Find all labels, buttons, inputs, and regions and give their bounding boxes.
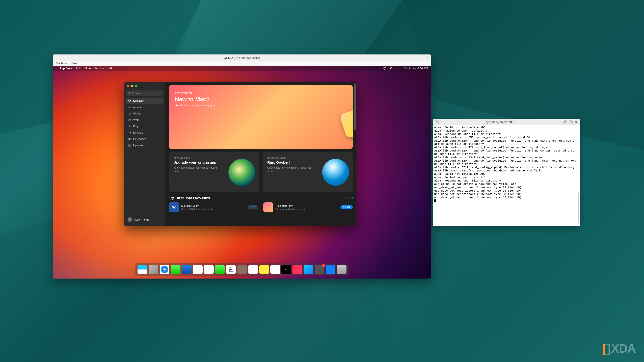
dock-contacts[interactable] [237,265,247,274]
dock-downloads[interactable] [326,265,336,274]
terminal-title: ayush@ayush-ms7b86: ~ [440,121,562,124]
sidebar-item-play[interactable]: Play [126,123,163,129]
fav-item-word[interactable]: W Microsoft Word Create, Edit & Share Do… [169,202,258,212]
feature-card-apps-we-love[interactable]: APPS WE LOVE Upgrade your writing app Au… [169,152,259,192]
favourites-heading: Try These Mac Favourites [169,196,210,200]
word-icon: W [169,202,179,212]
dock-settings[interactable]: 1 [314,265,324,274]
sidebar-item-develop[interactable]: Develop [126,130,163,136]
feature-card-games-we-love[interactable]: GAMES WE LOVE Run, Goober! Guide goofy r… [263,152,353,192]
dock-facetime[interactable] [215,265,225,274]
dock-messages[interactable] [171,265,180,274]
hero-tag: GET STARTED [175,92,347,94]
hero-card[interactable]: GET STARTED New to Mac? Get the best app… [169,85,353,149]
hammer-icon [128,131,131,134]
menu-store[interactable]: Store [84,67,91,70]
spotlight-icon[interactable] [390,67,393,70]
svg-point-9 [398,68,398,68]
sidebar-item-categories[interactable]: Categories [126,136,163,142]
dock-photos[interactable] [204,265,214,274]
control-center-icon[interactable] [397,67,400,70]
appstore-sidebar: Search Discover Arcade Create Work Play … [124,82,165,226]
appstore-main: GET STARTED New to Mac? Get the best app… [165,82,356,226]
price-button[interactable]: ₹ 4,999 [340,205,353,209]
minimize-button[interactable] [131,85,134,87]
macos-dock: NOV 21 tv 1 [135,263,349,276]
dock-freeform[interactable] [270,265,280,274]
qemu-guest-display[interactable]: App Store Edit Store Window Help Thu 21 … [53,66,431,279]
dock-calendar[interactable]: NOV 21 [226,265,236,274]
search-icon [128,92,130,94]
sidebar-item-updates[interactable]: Updates [126,143,163,148]
terminal-close-button[interactable]: ✕ [574,120,578,124]
qemu-close-button[interactable]: × [427,56,429,60]
qemu-window: QEMU (on 8ee479048915) × Machine View Ap… [53,54,431,279]
terminal-output[interactable]: alsa: Could not initialize ADC alsa: Fai… [433,125,580,226]
qemu-titlebar[interactable]: QEMU (on 8ee479048915) × [53,54,431,61]
rocket-icon [128,125,131,128]
menu-edit[interactable]: Edit [76,67,81,70]
close-button[interactable] [127,85,130,87]
menubar-datetime[interactable]: Thu 21 Nov 2:59 PM [403,67,428,70]
briefcase-icon [128,118,131,121]
new-tab-button[interactable] [435,120,438,124]
search-input[interactable]: Search [126,90,163,96]
favourites-section: Try These Mac Favourites See All W Micro… [169,196,353,212]
dock-appstore[interactable] [304,265,313,274]
get-button[interactable]: GET [248,205,258,210]
dock-finder[interactable] [138,265,147,274]
menu-window[interactable]: Window [94,67,104,70]
terminal-scrollbar[interactable] [578,193,579,223]
hero-title: New to Mac? [175,96,347,103]
sidebar-item-arcade[interactable]: Arcade [126,104,163,110]
dock-music[interactable] [292,265,302,274]
hero-subtitle: Get the best apps for every task. [175,104,347,107]
arcade-icon [128,106,131,109]
screen-mirror-icon[interactable] [383,67,386,70]
window-traffic-lights [126,84,163,90]
svg-rect-18 [130,139,131,140]
dock-launchpad[interactable] [148,265,158,274]
dock-trash[interactable] [337,265,346,274]
svg-rect-16 [130,138,131,139]
svg-rect-14 [129,119,131,121]
fullscreen-button[interactable] [135,85,138,87]
dock-safari[interactable] [160,265,170,274]
scrollbar[interactable] [354,83,356,130]
terminal-window: ayush@ayush-ms7b86: ~ ✕ alsa: Could not … [433,119,580,226]
pixelmator-icon [263,202,273,212]
plus-tab-icon [436,121,438,123]
dock-mail[interactable] [182,265,192,274]
qemu-menu-view[interactable]: View [70,62,77,65]
terminal-titlebar[interactable]: ayush@ayush-ms7b86: ~ ✕ [433,119,580,125]
qemu-menu-machine[interactable]: Machine [56,62,66,65]
dock-maps[interactable] [193,265,202,274]
dock-notes[interactable] [259,265,269,274]
svg-point-22 [564,121,566,122]
feature-artwork [228,159,255,186]
avatar: AP [128,217,132,222]
appstore-window: Search Discover Arcade Create Work Play … [124,82,356,226]
menu-help[interactable]: Help [108,67,113,70]
terminal-search-button[interactable] [564,120,567,124]
dock-tv[interactable]: tv [282,265,291,274]
svg-line-23 [566,122,566,123]
svg-line-13 [130,93,130,94]
sidebar-item-discover[interactable]: Discover [126,98,163,104]
hamburger-icon [570,121,572,123]
sidebar-item-create[interactable]: Create [126,111,163,116]
sidebar-user[interactable]: AP Ayush Pande [126,216,163,224]
brush-icon [128,112,131,115]
terminal-menu-button[interactable] [569,120,572,124]
svg-rect-11 [398,69,399,69]
dock-reminders[interactable] [248,265,258,274]
see-all-link[interactable]: See All [345,197,353,199]
fav-item-pixelmator[interactable]: Pixelmator Pro Pro image editing for eve… [263,202,353,212]
macos-menubar: App Store Edit Store Window Help Thu 21 … [53,66,431,71]
user-name: Ayush Pande [134,218,149,221]
settings-badge: 1 [322,264,325,267]
app-name[interactable]: App Store [60,67,72,70]
sidebar-item-work[interactable]: Work [126,117,163,123]
svg-rect-17 [129,139,130,140]
svg-point-12 [128,92,130,93]
